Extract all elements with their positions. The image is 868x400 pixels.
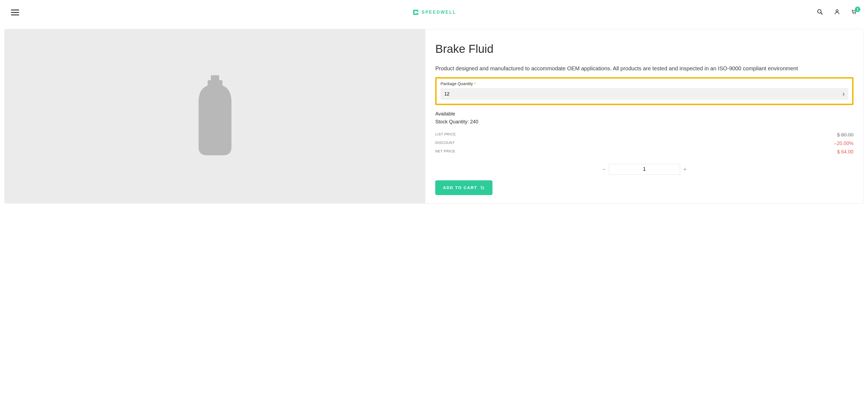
product-title: Brake Fluid bbox=[435, 42, 854, 56]
brand-name: SPEEDWELL bbox=[422, 10, 456, 15]
package-quantity-box: Package Quantity * 12 ▴▾ bbox=[435, 77, 854, 105]
svg-point-3 bbox=[853, 13, 854, 14]
list-price-row: LIST PRICE $ 80.00 bbox=[435, 131, 854, 139]
header: SPEEDWELL 1 bbox=[0, 0, 868, 25]
svg-line-1 bbox=[821, 13, 823, 14]
quantity-row: − + bbox=[435, 164, 854, 175]
quantity-decrease-button[interactable]: − bbox=[599, 164, 609, 174]
product-placeholder-icon bbox=[190, 71, 240, 161]
list-price-value: $ 80.00 bbox=[837, 132, 854, 138]
svg-point-6 bbox=[483, 189, 484, 189]
cart-badge: 1 bbox=[855, 7, 860, 12]
stock-quantity: Stock Quantity: 240 bbox=[435, 118, 854, 126]
product-image-panel bbox=[5, 29, 425, 203]
package-quantity-label: Package Quantity * bbox=[440, 81, 848, 86]
stock-info: Available Stock Quantity: 240 bbox=[435, 110, 854, 126]
package-quantity-select[interactable]: 12 bbox=[440, 88, 848, 100]
quantity-input[interactable] bbox=[609, 164, 680, 175]
svg-point-4 bbox=[855, 13, 856, 14]
logo-icon bbox=[412, 8, 420, 16]
cart-button[interactable]: 1 bbox=[851, 9, 857, 16]
discount-label: DISCOUNT bbox=[435, 141, 455, 146]
product-details: Brake Fluid Product designed and manufac… bbox=[425, 29, 863, 203]
availability-status: Available bbox=[435, 110, 854, 118]
net-price-label: NET PRICE bbox=[435, 149, 455, 155]
add-to-cart-label: ADD TO CART bbox=[443, 185, 477, 190]
add-to-cart-button[interactable]: ADD TO CART bbox=[435, 180, 493, 195]
price-table: LIST PRICE $ 80.00 DISCOUNT –20.00% NET … bbox=[435, 131, 854, 156]
net-price-value: $ 64.00 bbox=[837, 149, 854, 155]
cart-icon bbox=[480, 185, 485, 190]
account-button[interactable] bbox=[834, 9, 840, 16]
svg-point-5 bbox=[482, 189, 482, 189]
header-actions: 1 bbox=[816, 8, 857, 16]
svg-point-2 bbox=[836, 9, 838, 12]
menu-button[interactable] bbox=[11, 8, 19, 16]
quantity-increase-button[interactable]: + bbox=[680, 164, 690, 174]
search-icon bbox=[816, 8, 823, 15]
discount-value: –20.00% bbox=[834, 141, 854, 146]
list-price-label: LIST PRICE bbox=[435, 132, 456, 138]
package-quantity-label-text: Package Quantity bbox=[440, 81, 473, 86]
product-description: Product designed and manufactured to acc… bbox=[435, 64, 854, 73]
net-price-row: NET PRICE $ 64.00 bbox=[435, 148, 854, 156]
product-main: Brake Fluid Product designed and manufac… bbox=[4, 29, 864, 204]
required-indicator: * bbox=[474, 81, 476, 86]
brand-logo[interactable]: SPEEDWELL bbox=[412, 8, 456, 16]
search-button[interactable] bbox=[816, 8, 823, 16]
discount-row: DISCOUNT –20.00% bbox=[435, 139, 854, 148]
user-icon bbox=[834, 9, 840, 15]
